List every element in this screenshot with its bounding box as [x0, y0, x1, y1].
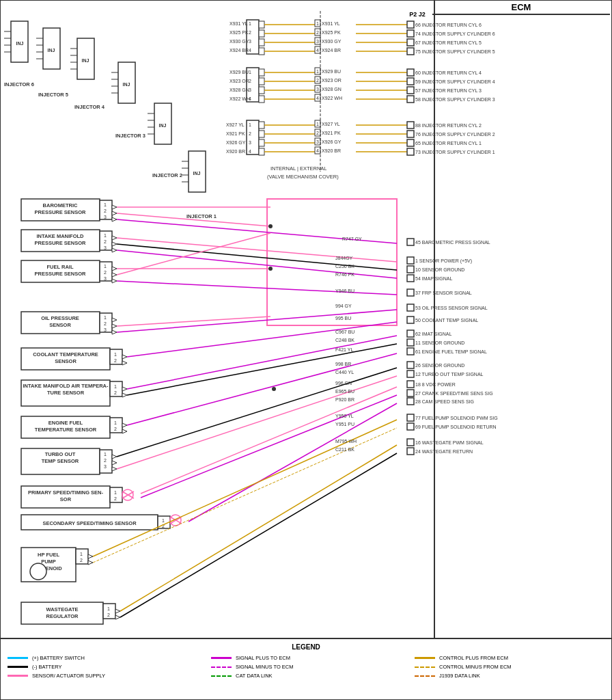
- svg-rect-84: [259, 69, 264, 76]
- svg-line-338: [93, 420, 397, 556]
- svg-rect-203: [407, 266, 414, 273]
- svg-marker-337: [88, 561, 93, 565]
- svg-rect-172: [100, 200, 112, 219]
- svg-rect-116: [407, 69, 414, 76]
- svg-text:X930 GY: X930 GY: [230, 39, 249, 44]
- svg-rect-342: [407, 414, 414, 421]
- svg-rect-83: [247, 68, 259, 102]
- ecm-header: ECM: [432, 2, 610, 15]
- svg-line-260: [127, 336, 397, 389]
- svg-rect-204: [407, 275, 414, 282]
- svg-text:BAROMETRIC: BAROMETRIC: [43, 202, 78, 208]
- svg-text:INJ: INJ: [48, 48, 55, 53]
- svg-text:2: 2: [114, 358, 117, 363]
- svg-text:M795 WH: M795 WH: [335, 439, 357, 444]
- svg-marker-352: [115, 609, 120, 613]
- svg-marker-288: [112, 461, 117, 465]
- svg-line-235: [117, 317, 270, 326]
- svg-text:1: 1: [104, 452, 107, 457]
- legend-item-battery-switch: (+) BATTERY SWITCH: [8, 655, 197, 661]
- svg-line-181: [117, 219, 397, 243]
- svg-line-339: [93, 428, 397, 563]
- legend-line-j1939: [415, 675, 435, 677]
- svg-line-220: [117, 281, 397, 295]
- svg-text:(VALVE MECHANISM COVER): (VALVE MECHANISM COVER): [267, 174, 339, 180]
- svg-rect-316: [21, 515, 158, 530]
- svg-marker-275: [122, 429, 127, 433]
- svg-marker-177: [112, 211, 117, 215]
- svg-rect-43: [259, 21, 264, 28]
- svg-line-248: [127, 322, 397, 357]
- svg-marker-217: [112, 279, 117, 283]
- svg-rect-294: [407, 362, 414, 368]
- svg-text:R747 GY: R747 GY: [342, 237, 362, 241]
- svg-rect-318: [158, 516, 170, 528]
- svg-text:2: 2: [114, 390, 117, 395]
- svg-text:3: 3: [104, 464, 107, 469]
- svg-text:X924 BR: X924 BR: [322, 48, 341, 53]
- svg-text:4: 4: [249, 149, 251, 154]
- svg-text:ENGINE FUEL: ENGINE FUEL: [48, 420, 83, 426]
- svg-text:INJECTOR 6: INJECTOR 6: [4, 81, 34, 88]
- svg-rect-188: [100, 231, 112, 250]
- svg-rect-42: [247, 20, 259, 54]
- svg-text:PUMP: PUMP: [41, 558, 56, 565]
- svg-text:1: 1: [114, 490, 117, 495]
- legend-area: LEGEND (+) BATTERY SWITCH SIGNAL PLUS TO…: [1, 638, 611, 699]
- svg-text:2: 2: [316, 78, 319, 83]
- legend-label-j1939: J1939 DATA LINK: [439, 673, 480, 679]
- svg-point-221: [268, 267, 273, 271]
- svg-text:X927 YL: X927 YL: [322, 122, 340, 126]
- svg-text:INJ: INJ: [193, 171, 201, 176]
- legend-label-battery-neg: (-) BATTERY: [32, 664, 61, 670]
- legend-line-control-plus: [415, 657, 435, 659]
- svg-rect-243: [110, 349, 122, 364]
- svg-text:X923 OR: X923 OR: [230, 79, 249, 83]
- svg-text:1: 1: [249, 70, 251, 75]
- svg-rect-21: [118, 62, 135, 103]
- svg-text:4: 4: [249, 96, 251, 101]
- svg-text:SOLENOID: SOLENOID: [35, 565, 62, 571]
- svg-line-307: [141, 387, 397, 494]
- svg-text:Y946 BU: Y946 BU: [335, 288, 354, 293]
- svg-rect-225: [21, 312, 100, 334]
- svg-rect-59: [315, 20, 320, 27]
- svg-rect-61: [315, 38, 320, 44]
- svg-rect-118: [407, 87, 414, 94]
- svg-text:C967 BU: C967 BU: [335, 329, 354, 334]
- svg-text:X927 YL: X927 YL: [226, 122, 245, 127]
- svg-rect-202: [407, 257, 414, 264]
- svg-text:Y950 YL: Y950 YL: [335, 414, 354, 418]
- legend-item-control-minus: CONTROL MINUS FROM ECM: [415, 664, 604, 670]
- legend-item-cat-data: CAT DATA LINK: [211, 673, 401, 679]
- svg-rect-283: [100, 450, 112, 473]
- svg-text:X922 WH: X922 WH: [322, 96, 342, 100]
- svg-text:PRIMARY SPEED/TIMING SEN-: PRIMARY SPEED/TIMING SEN-: [28, 489, 104, 496]
- svg-rect-268: [21, 416, 110, 438]
- svg-rect-102: [315, 85, 320, 92]
- svg-text:J844GY: J844GY: [335, 256, 353, 260]
- svg-marker-232: [112, 318, 117, 322]
- svg-rect-240: [21, 348, 110, 370]
- svg-rect-280: [21, 448, 100, 474]
- svg-rect-77: [407, 39, 414, 46]
- svg-text:INTAKE MANIFOLD: INTAKE MANIFOLD: [36, 233, 84, 239]
- svg-rect-87: [259, 96, 264, 103]
- svg-rect-301: [110, 487, 122, 502]
- svg-text:X931 YL: X931 YL: [230, 21, 248, 26]
- svg-point-309: [272, 387, 276, 391]
- svg-rect-100: [315, 68, 320, 75]
- svg-text:998 BR: 998 BR: [335, 362, 351, 366]
- svg-text:2: 2: [249, 131, 251, 136]
- svg-marker-246: [122, 355, 127, 359]
- svg-text:3: 3: [249, 88, 251, 92]
- svg-text:1: 1: [316, 69, 319, 74]
- svg-marker-289: [112, 467, 117, 471]
- svg-marker-353: [115, 615, 120, 619]
- svg-text:TURBO OUT: TURBO OUT: [45, 451, 76, 457]
- legend-line-battery-switch: [8, 657, 28, 659]
- svg-rect-159: [407, 139, 414, 146]
- svg-marker-193: [112, 242, 117, 246]
- svg-rect-238: [407, 304, 414, 311]
- svg-text:2: 2: [104, 239, 107, 244]
